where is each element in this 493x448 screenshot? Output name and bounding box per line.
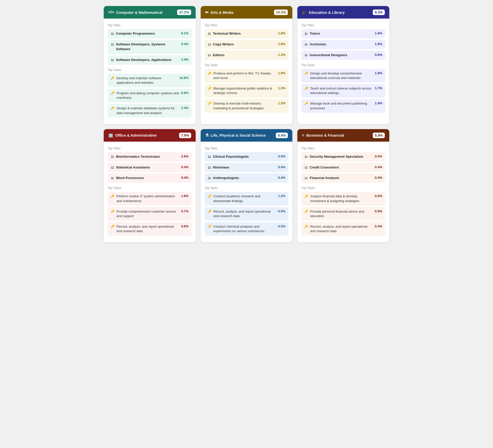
card-office-administrative: 🏢Office & Administrative7.9%Top Titles🗂B… [104, 129, 196, 242]
card-body-arts-media: Top Titles🗂Technical Writers1.8%🗂Copy Wr… [201, 19, 293, 119]
title-name-life-physical-social-science-2: Anthropologists [213, 176, 239, 181]
title-row-office-administrative-0: 🗂Bioinformatics Technicians2.9% [108, 152, 192, 161]
briefcase-icon-education-library-0: 🗂 [304, 32, 308, 35]
key-icon-computer-mathematical-1: 🔑 [111, 91, 114, 95]
title-row-life-physical-social-science-0: 🗂Clinical Psychologists0.5% [205, 152, 289, 161]
title-row-left-business-financial-1: 🗂Credit Counselors [304, 165, 373, 170]
key-icon-arts-media-1: 🔑 [208, 86, 211, 90]
briefcase-icon-office-administrative-1: 🗂 [111, 165, 114, 169]
category-icon-office-administrative: 🏢 [108, 133, 113, 138]
task-name-education-library-2: Manage book and document publishing proc… [310, 101, 373, 110]
card-header-left-arts-media: ✏Arts & Media [205, 10, 233, 15]
title-row-business-financial-2: 🗂Financial Analysts0.4% [301, 173, 385, 183]
title-pct-computer-mathematical-1: 5.3% [181, 42, 189, 46]
task-pct-business-financial-0: 0.8% [375, 194, 382, 198]
key-icon-arts-media-0: 🔑 [208, 71, 211, 75]
task-pct-business-financial-2: 0.4% [375, 224, 382, 228]
card-body-office-administrative: Top Titles🗂Bioinformatics Technicians2.9… [104, 142, 196, 242]
title-name-computer-mathematical-2: Software Developers, Applications [116, 58, 172, 62]
task-row-arts-media-2: 🔑Develop & execute multi-industry market… [205, 99, 289, 113]
task-pct-life-physical-social-science-0: 1.2% [278, 194, 286, 198]
task-name-education-library-0: Design and develop comprehensive educati… [310, 71, 373, 80]
task-pct-office-administrative-1: 0.7% [181, 209, 189, 213]
task-pct-computer-mathematical-2: 2.3% [181, 106, 189, 110]
task-row-left-life-physical-social-science-2: 🔑Conduct chemical analyses and experimen… [208, 224, 276, 233]
title-pct-business-financial-0: 0.5% [375, 154, 382, 158]
title-name-office-administrative-1: Statistical Assistants [116, 165, 150, 170]
task-pct-arts-media-1: 1.3% [278, 86, 286, 90]
briefcase-icon-life-physical-social-science-2: 🗂 [208, 176, 211, 180]
task-pct-office-administrative-2: 0.6% [181, 224, 189, 228]
task-row-left-computer-mathematical-2: 🔑Design & maintain database systems for … [111, 106, 179, 115]
title-pct-business-financial-2: 0.4% [375, 176, 382, 180]
title-row-arts-media-2: 🗂Editors1.3% [205, 51, 289, 60]
title-name-arts-media-1: Copy Writers [213, 42, 234, 47]
briefcase-icon-office-administrative-2: 🗂 [111, 176, 114, 180]
title-row-left-education-library-1: 🗂Archivists [304, 42, 373, 47]
key-icon-business-financial-1: 🔑 [304, 210, 308, 213]
task-row-left-education-library-2: 🔑Manage book and document publishing pro… [304, 101, 373, 110]
title-row-education-library-2: 🗂Instructional Designers0.8% [301, 51, 385, 60]
title-name-office-administrative-0: Bioinformatics Technicians [116, 154, 160, 159]
task-row-education-library-1: 🔑Teach and instruct diverse subjects acr… [301, 84, 385, 98]
briefcase-icon-computer-mathematical-0: 🗂 [111, 32, 114, 35]
title-row-left-arts-media-0: 🗂Technical Writers [208, 31, 276, 36]
briefcase-icon-computer-mathematical-2: 🗂 [111, 58, 114, 62]
key-icon-business-financial-0: 🔑 [304, 194, 308, 198]
card-header-arts-media: ✏Arts & Media10.3% [201, 6, 293, 19]
key-icon-computer-mathematical-2: 🔑 [111, 106, 114, 110]
card-percentage-education-library: 9.3% [373, 10, 385, 15]
key-icon-computer-mathematical-0: 🔑 [111, 76, 114, 80]
task-name-arts-media-1: Manage organizational public relations &… [213, 86, 276, 95]
task-pct-arts-media-2: 1.2% [278, 101, 286, 105]
title-name-education-library-0: Tutors [310, 31, 320, 36]
title-name-business-financial-1: Credit Counselors [310, 165, 339, 170]
task-row-left-computer-mathematical-1: 🔑Program and debug computer systems and … [111, 91, 179, 100]
top-tasks-label-education-library: Top Tasks [301, 63, 385, 67]
briefcase-icon-arts-media-1: 🗂 [208, 42, 211, 46]
task-pct-business-financial-1: 0.8% [375, 209, 382, 213]
title-row-left-business-financial-0: 🗂Security Management Specialists [304, 154, 373, 159]
briefcase-icon-business-financial-0: 🗂 [304, 155, 308, 158]
task-pct-education-library-0: 1.9% [375, 71, 382, 75]
title-pct-arts-media-1: 1.6% [278, 42, 286, 46]
title-name-education-library-1: Archivists [310, 42, 326, 47]
briefcase-icon-business-financial-2: 🗂 [304, 176, 308, 180]
task-name-education-library-1: Teach and instruct diverse subjects acro… [310, 86, 373, 95]
card-title-computer-mathematical: Computer & Mathematical [116, 10, 162, 15]
briefcase-icon-arts-media-2: 🗂 [208, 53, 211, 57]
top-tasks-label-computer-mathematical: Top Tasks [108, 68, 192, 72]
title-pct-computer-mathematical-0: 6.1% [181, 31, 189, 35]
task-name-life-physical-social-science-1: Record, analyze, and report operational … [213, 209, 276, 218]
title-row-left-office-administrative-0: 🗂Bioinformatics Technicians [111, 154, 179, 159]
title-row-left-computer-mathematical-1: 🗂Software Developers, Systems Software [111, 42, 179, 52]
task-name-office-administrative-1: Provide comprehensive customer service a… [116, 209, 179, 218]
briefcase-icon-life-physical-social-science-0: 🗂 [208, 155, 211, 158]
key-icon-life-physical-social-science-1: 🔑 [208, 210, 211, 213]
title-row-left-education-library-2: 🗂Instructional Designers [304, 53, 373, 58]
task-row-left-education-library-1: 🔑Teach and instruct diverse subjects acr… [304, 86, 373, 95]
task-name-computer-mathematical-2: Design & maintain database systems for d… [116, 106, 179, 115]
category-icon-education-library: 🎓 [302, 10, 307, 15]
title-row-left-business-financial-2: 🗂Financial Analysts [304, 176, 373, 181]
category-icon-business-financial: ≡ [302, 133, 304, 138]
task-row-arts-media-0: 🔑Produce and perform in film, TV, theate… [205, 69, 289, 82]
title-name-office-administrative-2: Word Processors [116, 176, 144, 181]
task-row-left-computer-mathematical-0: 🔑Develop and maintain software applicati… [111, 76, 177, 85]
card-arts-media: ✏Arts & Media10.3%Top Titles🗂Technical W… [201, 6, 293, 124]
task-row-left-arts-media-0: 🔑Produce and perform in film, TV, theate… [208, 71, 276, 80]
task-pct-office-administrative-0: 1.8% [181, 194, 189, 198]
title-name-arts-media-0: Technical Writers [213, 31, 241, 36]
title-name-life-physical-social-science-0: Clinical Psychologists [213, 154, 249, 159]
briefcase-icon-life-physical-social-science-1: 🗂 [208, 165, 211, 169]
briefcase-icon-education-library-2: 🗂 [304, 53, 308, 57]
task-pct-computer-mathematical-0: 16.8% [179, 76, 189, 80]
card-business-financial: ≡Business & Financial5.9%Top Titles🗂Secu… [297, 129, 389, 242]
title-pct-education-library-1: 1.5% [375, 42, 382, 46]
title-name-business-financial-0: Security Management Specialists [310, 154, 363, 159]
card-header-left-life-physical-social-science: ⚗Life, Physical & Social Science [205, 133, 266, 138]
title-row-business-financial-0: 🗂Security Management Specialists0.5% [301, 152, 385, 161]
top-tasks-label-business-financial: Top Tasks [301, 186, 385, 190]
top-tasks-label-life-physical-social-science: Top Tasks [205, 186, 289, 190]
title-row-left-office-administrative-2: 🗂Word Processors [111, 176, 179, 181]
